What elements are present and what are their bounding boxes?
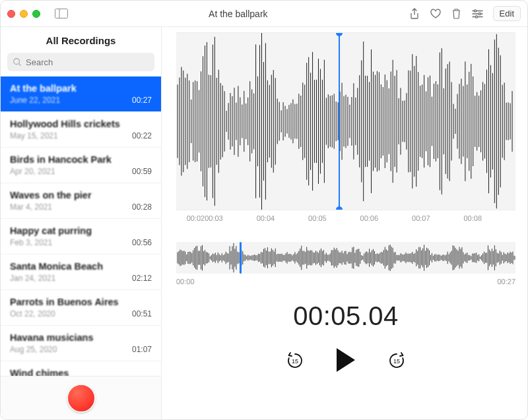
axis-tick: 00:03 [205, 214, 256, 222]
recording-name: Hollywood Hills crickets [10, 119, 152, 129]
share-button[interactable] [409, 8, 420, 20]
list-item[interactable]: Hollywood Hills crickets May 15, 2021 00… [1, 112, 161, 148]
heart-icon [430, 9, 442, 19]
recording-duration: 01:07 [132, 345, 152, 354]
playhead-line [339, 33, 340, 210]
axis-tick: 00:04 [257, 214, 308, 222]
overview-end: 00:27 [497, 278, 515, 285]
current-time-display: 00:05.04 [176, 301, 515, 331]
axis-tick: 00:06 [360, 214, 412, 222]
overview-time-range: 00:00 00:27 [176, 274, 515, 285]
svg-point-7 [475, 15, 477, 17]
edit-button[interactable]: Edit [493, 6, 521, 21]
recordings-list: At the ballpark June 22, 2021 00:27 Holl… [1, 76, 161, 376]
recording-date: Apr 20, 2021 [10, 167, 132, 176]
recording-name: Santa Monica Beach [10, 261, 152, 272]
sidebar-header: All Recordings [1, 27, 161, 53]
search-icon [13, 57, 22, 67]
record-bar [1, 376, 161, 419]
share-icon [409, 8, 420, 20]
sidebar-icon [55, 9, 68, 18]
waveform-zoom[interactable] [176, 32, 515, 210]
recording-date: June 22, 2021 [10, 96, 132, 105]
delete-button[interactable] [451, 8, 463, 20]
skip-back-icon: 15 [286, 351, 304, 369]
recording-date: May 15, 2021 [10, 131, 132, 140]
trash-icon [451, 8, 461, 19]
list-item[interactable]: At the ballpark June 22, 2021 00:27 [1, 76, 161, 112]
recording-duration: 02:12 [132, 274, 152, 283]
recording-duration: 00:28 [132, 202, 152, 212]
recording-name: At the ballpark [10, 83, 152, 94]
skip-forward-icon: 15 [387, 351, 406, 369]
svg-text:15: 15 [292, 358, 298, 365]
favorite-button[interactable] [430, 8, 442, 20]
playhead-handle-bottom[interactable] [336, 206, 343, 210]
recording-date: Jan 24, 2021 [10, 274, 132, 283]
recording-duration: 00:51 [132, 309, 152, 318]
play-button[interactable] [337, 348, 355, 372]
recording-name: Happy cat purring [10, 225, 152, 236]
playback-controls: 15 15 [176, 348, 515, 372]
toolbar-right: Edit [409, 6, 521, 21]
recording-name: Birds in Hancock Park [10, 154, 152, 165]
overview-playhead[interactable] [240, 242, 242, 274]
recording-duration: 00:56 [132, 238, 152, 247]
recording-duration: 00:22 [132, 131, 152, 140]
recording-name: Havana musicians [10, 332, 152, 343]
waveform-overview-graphic [176, 242, 515, 274]
search-field[interactable] [7, 53, 154, 71]
svg-point-6 [478, 13, 480, 15]
axis-tick: 00:02 [176, 214, 205, 222]
recording-date: Oct 22, 2020 [10, 309, 132, 318]
recording-name: Waves on the pier [10, 190, 152, 200]
settings-button[interactable] [472, 8, 484, 20]
recording-date: Feb 3, 2021 [10, 238, 132, 247]
zoom-window-button[interactable] [32, 10, 40, 18]
recording-duration: 00:27 [132, 96, 152, 105]
svg-text:15: 15 [393, 358, 400, 365]
minimize-window-button[interactable] [20, 10, 28, 18]
overview-start: 00:00 [176, 278, 195, 285]
recording-date: Aug 25, 2020 [10, 345, 132, 354]
waveform-time-axis: 00:02 00:03 00:04 00:05 00:06 00:07 00:0… [176, 210, 515, 230]
window-controls [7, 10, 40, 18]
axis-tick: 00:07 [412, 214, 463, 222]
list-item[interactable]: Wind chimes [1, 361, 161, 376]
search-input[interactable] [26, 57, 149, 67]
recording-date: Mar 4, 2021 [10, 202, 132, 212]
waveform-zoom-graphic [176, 33, 515, 210]
skip-forward-button[interactable]: 15 [387, 350, 407, 370]
main-panel: 00:02 00:03 00:04 00:05 00:06 00:07 00:0… [162, 27, 527, 419]
recording-name: Parrots in Buenos Aires [10, 297, 152, 307]
list-item[interactable]: Santa Monica Beach Jan 24, 2021 02:12 [1, 255, 161, 290]
titlebar: At the ballpark Edit [1, 1, 527, 27]
recording-duration: 00:59 [132, 167, 152, 176]
svg-point-5 [474, 9, 476, 11]
axis-tick: 00:08 [464, 214, 515, 222]
toggle-sidebar-button[interactable] [55, 9, 68, 18]
window-title: At the ballpark [68, 9, 409, 19]
list-item[interactable]: Happy cat purring Feb 3, 2021 00:56 [1, 219, 161, 255]
svg-line-9 [19, 64, 21, 66]
close-window-button[interactable] [7, 10, 15, 18]
list-item[interactable]: Birds in Hancock Park Apr 20, 2021 00:59 [1, 148, 161, 183]
list-item[interactable]: Waves on the pier Mar 4, 2021 00:28 [1, 183, 161, 219]
sliders-icon [472, 9, 483, 18]
sidebar: All Recordings At the ballpark June 22, … [1, 27, 162, 419]
record-button[interactable] [67, 384, 96, 413]
waveform-overview[interactable] [176, 242, 515, 274]
skip-back-button[interactable]: 15 [285, 350, 305, 370]
axis-tick: 00:05 [308, 214, 360, 222]
list-item[interactable]: Parrots in Buenos Aires Oct 22, 2020 00:… [1, 290, 161, 326]
recording-name: Wind chimes [10, 368, 152, 376]
list-item[interactable]: Havana musicians Aug 25, 2020 01:07 [1, 326, 161, 361]
svg-rect-0 [55, 9, 68, 18]
